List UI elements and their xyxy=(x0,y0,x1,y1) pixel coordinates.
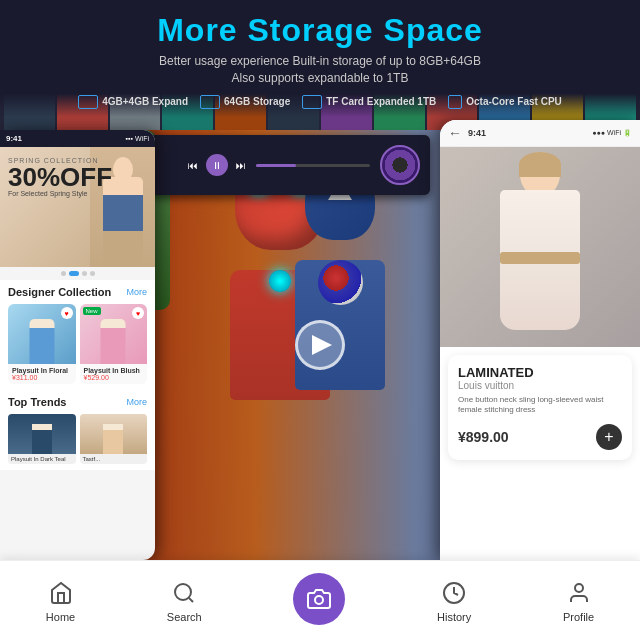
trend-image-2 xyxy=(80,414,148,454)
pause-button[interactable]: ⏸ xyxy=(206,154,228,176)
middle-section: 9:41 ▪▪▪WiFi SPRING COLLECTION 30%OFF Fo… xyxy=(0,130,640,560)
svg-point-4 xyxy=(575,584,583,592)
bottom-nav: Home Search History xyxy=(0,560,640,640)
product-detail-image xyxy=(440,147,640,347)
phone-right: ← 9:41 ●●●WiFi🔋 LAMINATED Louis vuit xyxy=(440,120,640,560)
svg-line-1 xyxy=(189,597,193,601)
phone-left-header: 9:41 ▪▪▪WiFi xyxy=(0,130,155,147)
product-detail-name: LAMINATED xyxy=(458,365,622,380)
dot-3 xyxy=(82,271,87,276)
phone-right-header: ← 9:41 ●●●WiFi🔋 xyxy=(440,120,640,147)
history-label: History xyxy=(437,611,471,623)
product-name-2: Playsuit In Blush xyxy=(84,367,144,374)
next-button[interactable]: ⏭ xyxy=(236,160,246,171)
nav-item-home[interactable]: Home xyxy=(26,571,95,631)
feature-tf-label: TF Card Expanded 1TB xyxy=(326,96,436,107)
trend-item-2[interactable]: Tastf... xyxy=(80,414,148,464)
phone-right-time: 9:41 xyxy=(468,128,486,138)
feature-64gb-label: 64GB Storage xyxy=(224,96,290,107)
page-title: More Storage Space xyxy=(20,12,620,49)
feature-storage: 4GB+4GB Expand xyxy=(78,95,188,109)
designer-section: Designer Collection More ♥ Playsuit In F… xyxy=(0,280,155,390)
favorite-icon-2[interactable]: ♥ xyxy=(132,307,144,319)
phone-left: 9:41 ▪▪▪WiFi SPRING COLLECTION 30%OFF Fo… xyxy=(0,130,155,560)
search-label: Search xyxy=(167,611,202,623)
top-trends-more[interactable]: More xyxy=(126,397,147,407)
product-price-2: ¥529.00 xyxy=(84,374,144,381)
feature-cpu: Octa-Core Fast CPU xyxy=(448,95,562,109)
phone-left-status: ▪▪▪WiFi xyxy=(126,135,149,142)
history-icon xyxy=(440,579,468,607)
nav-item-profile[interactable]: Profile xyxy=(543,571,614,631)
trend-info-2: Tastf... xyxy=(80,454,148,464)
top-section: More Storage Space Better usage experien… xyxy=(0,0,640,117)
phone-right-status: ●●●WiFi🔋 xyxy=(592,129,632,137)
dot-4 xyxy=(90,271,95,276)
progress-bar xyxy=(256,164,370,167)
trend-info-1: Playsuit In Dark Teal xyxy=(8,454,76,464)
top-trends-title: Top Trends xyxy=(8,396,66,408)
feature-storage-label: 4GB+4GB Expand xyxy=(102,96,188,107)
product-name-1: Playsuit In Floral xyxy=(12,367,72,374)
trend-row: Playsuit In Dark Teal Tastf... xyxy=(8,414,147,464)
product-detail-brand: Louis vuitton xyxy=(458,380,622,391)
add-to-cart-button[interactable]: + xyxy=(596,424,622,450)
product-detail-price: ¥899.00 xyxy=(458,429,509,445)
search-icon xyxy=(170,579,198,607)
product-detail-footer: ¥899.00 + xyxy=(458,424,622,450)
progress-fill xyxy=(256,164,296,167)
trend-item-1[interactable]: Playsuit In Dark Teal xyxy=(8,414,76,464)
album-art xyxy=(380,145,420,185)
back-arrow[interactable]: ← xyxy=(448,125,462,141)
product-detail-card: LAMINATED Louis vuitton One button neck … xyxy=(448,355,632,460)
play-button[interactable] xyxy=(295,320,345,370)
product-grid: ♥ Playsuit In Floral ¥311.00 ♥ New Plays… xyxy=(8,304,147,384)
svg-point-2 xyxy=(315,596,323,604)
home-label: Home xyxy=(46,611,75,623)
dot-1 xyxy=(61,271,66,276)
designer-title: Designer Collection xyxy=(8,286,111,298)
features-bar: 4GB+4GB Expand 64GB Storage TF Card Expa… xyxy=(20,95,620,109)
designer-more[interactable]: More xyxy=(126,287,147,297)
fashion-model xyxy=(480,152,600,342)
nav-item-search[interactable]: Search xyxy=(147,571,222,631)
top-trends-section: Top Trends More Playsuit In Dark Teal xyxy=(0,390,155,470)
product-card-1[interactable]: ♥ Playsuit In Floral ¥311.00 xyxy=(8,304,76,384)
profile-icon xyxy=(565,579,593,607)
product-image-2: ♥ New xyxy=(80,304,148,364)
prev-button[interactable]: ⏮ xyxy=(188,160,198,171)
home-icon xyxy=(47,579,75,607)
page-subtitle: Better usage experience Built-in storage… xyxy=(20,53,620,87)
product-image-1: ♥ xyxy=(8,304,76,364)
product-card-2[interactable]: ♥ New Playsuit In Blush ¥529.00 xyxy=(80,304,148,384)
svg-point-0 xyxy=(175,584,191,600)
trend-image-1 xyxy=(8,414,76,454)
feature-cpu-label: Octa-Core Fast CPU xyxy=(466,96,562,107)
discount-text: 30%OFF xyxy=(8,164,112,190)
captain-character xyxy=(270,160,410,410)
dots-nav xyxy=(0,267,155,280)
new-badge: New xyxy=(83,307,101,315)
nav-item-camera[interactable] xyxy=(273,565,365,637)
product-detail-desc: One button neck sling long-sleeved waist… xyxy=(458,395,622,416)
phone-left-time: 9:41 xyxy=(6,134,22,143)
spring-banner: SPRING COLLECTION 30%OFF For Selected Sp… xyxy=(0,147,155,267)
feature-64gb: 64GB Storage xyxy=(200,95,290,109)
dot-2-active xyxy=(69,271,79,276)
favorite-icon-1[interactable]: ♥ xyxy=(61,307,73,319)
feature-tf: TF Card Expanded 1TB xyxy=(302,95,436,109)
nav-item-history[interactable]: History xyxy=(417,571,491,631)
profile-label: Profile xyxy=(563,611,594,623)
music-controls: ⏮ ⏸ ⏭ xyxy=(188,154,246,176)
product-price-1: ¥311.00 xyxy=(12,374,72,381)
camera-icon-bubble xyxy=(293,573,345,625)
